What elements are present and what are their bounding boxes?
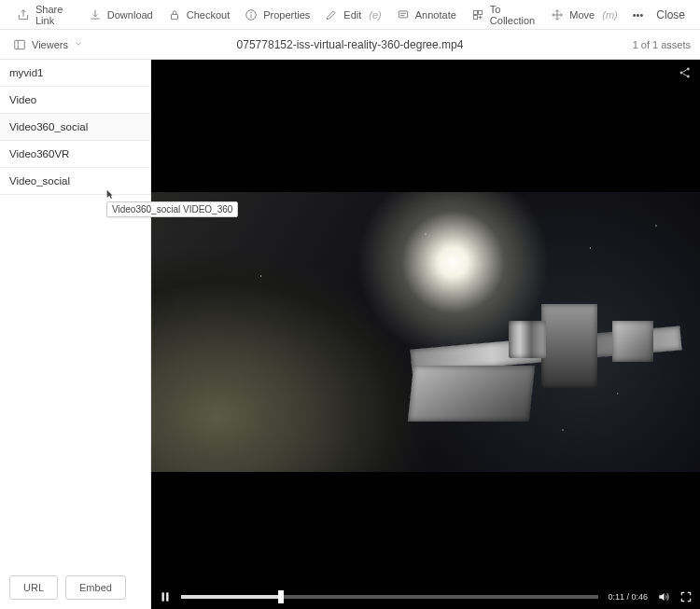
progress-bar[interactable]	[181, 595, 598, 599]
move-label: Move	[569, 9, 595, 21]
volume-button[interactable]	[657, 590, 670, 603]
to-collection-label: To Collection	[490, 4, 537, 26]
svg-point-16	[687, 76, 690, 78]
svg-point-14	[680, 72, 683, 75]
viewers-label: Viewers	[32, 39, 68, 50]
annotate-label: Annotate	[415, 9, 456, 21]
download-icon	[89, 8, 102, 21]
svg-rect-12	[15, 40, 25, 48]
svg-rect-8	[478, 10, 482, 14]
video-controls: 0:11 / 0:46	[151, 585, 700, 609]
fullscreen-button[interactable]	[679, 590, 693, 603]
more-button[interactable]: •••	[625, 0, 651, 29]
move-icon	[551, 8, 564, 21]
more-label: •••	[633, 9, 644, 21]
video-viewer: 0:11 / 0:46	[151, 60, 700, 609]
top-toolbar: Share Link Download Checkout Properties …	[0, 0, 700, 30]
share-link-button[interactable]: Share Link	[9, 0, 81, 29]
time-display: 0:11 / 0:46	[608, 592, 648, 602]
edit-shortcut-hint: (e)	[369, 9, 381, 21]
properties-label: Properties	[263, 9, 310, 21]
viewers-dropdown[interactable]: Viewers	[9, 36, 87, 53]
viewer-list-item[interactable]: Video360VR	[0, 141, 150, 168]
svg-rect-20	[166, 592, 168, 601]
info-icon	[245, 8, 258, 21]
svg-rect-7	[473, 10, 477, 14]
progress-knob[interactable]	[278, 590, 284, 603]
share-icon	[17, 8, 30, 21]
main-content: myvid1 Video Video360_social Video360VR …	[0, 60, 700, 609]
move-button[interactable]: Move(m)	[543, 0, 624, 29]
collection-icon	[471, 8, 484, 21]
viewer-list-item[interactable]: myvid1	[0, 60, 150, 87]
sub-header: Viewers 075778152-iss-virtual-reality-36…	[0, 30, 700, 60]
sidebar-footer: URL Embed	[0, 566, 150, 609]
properties-button[interactable]: Properties	[237, 0, 317, 29]
svg-point-15	[687, 68, 690, 71]
viewer-list-item[interactable]: Video_social	[0, 168, 150, 195]
progress-played	[181, 595, 281, 599]
url-button[interactable]: URL	[9, 575, 58, 600]
to-collection-button[interactable]: To Collection	[464, 0, 544, 29]
lock-icon	[168, 8, 181, 21]
svg-line-17	[682, 70, 687, 73]
move-shortcut-hint: (m)	[602, 9, 618, 21]
rail-icon	[13, 38, 26, 51]
video-content-scene	[151, 192, 700, 472]
annotate-button[interactable]: Annotate	[389, 0, 464, 29]
chevron-down-icon	[74, 39, 83, 50]
svg-rect-19	[162, 592, 164, 601]
svg-rect-9	[473, 15, 477, 19]
pencil-icon	[325, 8, 338, 21]
viewer-tooltip: Video360_social VIDEO_360	[106, 201, 238, 217]
pause-button[interactable]	[159, 590, 172, 603]
viewer-list-item[interactable]: Video360_social	[0, 114, 150, 141]
viewers-sidebar: myvid1 Video Video360_social Video360VR …	[0, 60, 151, 609]
asset-count: 1 of 1 assets	[633, 39, 691, 50]
download-label: Download	[107, 9, 153, 21]
viewer-list-item[interactable]: Video	[0, 87, 150, 114]
edit-button[interactable]: Edit(e)	[317, 0, 388, 29]
embed-button[interactable]: Embed	[65, 575, 126, 600]
checkout-label: Checkout	[187, 9, 230, 21]
svg-point-3	[251, 12, 252, 13]
share-video-icon[interactable]	[678, 65, 693, 84]
close-button[interactable]: Close	[651, 8, 691, 21]
video-frame[interactable]	[151, 60, 700, 585]
edit-label: Edit	[343, 9, 361, 21]
asset-filename: 075778152-iss-virtual-reality-360-degree…	[237, 38, 464, 51]
svg-line-18	[682, 74, 687, 76]
download-button[interactable]: Download	[81, 0, 161, 29]
viewers-list: myvid1 Video Video360_social Video360VR …	[0, 60, 150, 195]
checkout-button[interactable]: Checkout	[161, 0, 237, 29]
annotate-icon	[397, 8, 410, 21]
share-link-label: Share Link	[35, 4, 74, 26]
svg-rect-4	[399, 10, 407, 17]
svg-rect-0	[171, 14, 177, 19]
